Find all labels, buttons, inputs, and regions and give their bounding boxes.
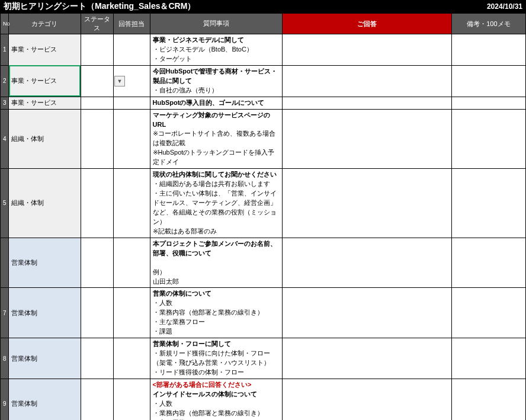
responder-cell[interactable]: [113, 34, 150, 66]
question-cell: 営業の体制について・人数・業務内容（他部署と業務の線引き）・主な業務フロー・課題: [150, 288, 283, 338]
answer-cell[interactable]: [283, 338, 451, 379]
question-cell: マーケティング対象のサービスページのURL※コーポレートサイト含め、複数ある場合…: [150, 109, 283, 169]
question-cell: 現状の社内体制に関してお聞かせください・組織図がある場合は共有お願いします・主に…: [150, 169, 283, 238]
category-cell[interactable]: 営業体制: [9, 338, 81, 379]
col-responder: 回答担当: [113, 14, 150, 34]
category-cell[interactable]: 組織・体制: [9, 109, 81, 169]
memo-cell[interactable]: [451, 379, 525, 420]
table-row: 4組織・体制マーケティング対象のサービスページのURL※コーポレートサイト含め、…: [1, 109, 526, 169]
row-number: 3: [1, 97, 9, 109]
row-number: 4: [1, 109, 9, 169]
col-no: No: [1, 14, 9, 34]
hearing-sheet-table: No カテゴリ ステータス 回答担当 質問事項 ご回答 備考・100メモ 1事業…: [0, 13, 526, 420]
row-number: [1, 238, 9, 288]
responder-cell[interactable]: [113, 379, 150, 420]
col-answer: ご回答: [283, 14, 451, 34]
memo-cell[interactable]: [451, 109, 525, 169]
dropdown-icon[interactable]: ▼: [114, 76, 125, 86]
memo-cell[interactable]: [451, 34, 525, 66]
answer-cell[interactable]: [283, 97, 451, 109]
memo-cell[interactable]: [451, 169, 525, 238]
col-status: ステータス: [81, 14, 113, 34]
question-cell: 本プロジェクトご参加メンバーのお名前、部署、役職について例）山田太郎: [150, 238, 283, 288]
answer-cell[interactable]: [283, 288, 451, 338]
status-cell[interactable]: [81, 288, 113, 338]
row-number: 5: [1, 169, 9, 238]
row-number: 7: [1, 288, 9, 338]
memo-cell[interactable]: [451, 338, 525, 379]
row-number: 8: [1, 338, 9, 379]
question-cell: 営業体制・フローに関して・新規リード獲得に向けた体制・フロー（架電・飛び込み営業…: [150, 338, 283, 379]
row-number: 1: [1, 34, 9, 66]
question-cell: 今回HubSpotで管理する商材・サービス・製品に関して・自社の強み（売り）: [150, 65, 283, 97]
memo-cell[interactable]: [451, 238, 525, 288]
header-row: No カテゴリ ステータス 回答担当 質問事項 ご回答 備考・100メモ: [1, 14, 526, 34]
table-row: 5組織・体制現状の社内体制に関してお聞かせください・組織図がある場合は共有お願い…: [1, 169, 526, 238]
answer-cell[interactable]: [283, 34, 451, 66]
category-cell[interactable]: 営業体制: [9, 379, 81, 420]
answer-cell[interactable]: [283, 109, 451, 169]
answer-cell[interactable]: [283, 379, 451, 420]
table-row: 8営業体制営業体制・フローに関して・新規リード獲得に向けた体制・フロー（架電・飛…: [1, 338, 526, 379]
status-cell[interactable]: [81, 97, 113, 109]
question-cell: <部署がある場合に回答ください>インサイドセールスの体制について・人数・業務内容…: [150, 379, 283, 420]
col-memo: 備考・100メモ: [451, 14, 525, 34]
category-cell[interactable]: 営業体制: [9, 238, 81, 288]
status-cell[interactable]: [81, 34, 113, 66]
answer-cell[interactable]: [283, 65, 451, 97]
question-cell: HubSpotの導入目的、ゴールについて: [150, 97, 283, 109]
responder-cell[interactable]: [113, 338, 150, 379]
answer-cell[interactable]: [283, 238, 451, 288]
col-category: カテゴリ: [9, 14, 81, 34]
memo-cell[interactable]: [451, 65, 525, 97]
question-cell: 事業・ビジネスモデルに関して・ビジネスモデル（BtoB、BtoC）・ターゲット: [150, 34, 283, 66]
answer-cell[interactable]: [283, 169, 451, 238]
category-cell[interactable]: 組織・体制: [9, 169, 81, 238]
table-row: 2事業・サービス▼今回HubSpotで管理する商材・サービス・製品に関して・自社…: [1, 65, 526, 97]
status-cell[interactable]: [81, 109, 113, 169]
row-number: 2: [1, 65, 9, 97]
table-row: 1事業・サービス事業・ビジネスモデルに関して・ビジネスモデル（BtoB、BtoC…: [1, 34, 526, 66]
responder-cell[interactable]: [113, 169, 150, 238]
sheet-title: 初期ヒアリングシート（Marketing_Sales＆CRM）: [4, 1, 195, 12]
status-cell[interactable]: [81, 238, 113, 288]
table-row: 9営業体制<部署がある場合に回答ください>インサイドセールスの体制について・人数…: [1, 379, 526, 420]
status-cell[interactable]: [81, 379, 113, 420]
status-cell[interactable]: [81, 169, 113, 238]
category-cell[interactable]: 事業・サービス: [9, 97, 81, 109]
responder-cell[interactable]: [113, 109, 150, 169]
title-bar: 初期ヒアリングシート（Marketing_Sales＆CRM） 2024/10/…: [0, 0, 526, 13]
table-row: 営業体制本プロジェクトご参加メンバーのお名前、部署、役職について例）山田太郎: [1, 238, 526, 288]
category-cell[interactable]: 事業・サービス: [9, 65, 81, 97]
col-question: 質問事項: [150, 14, 283, 34]
responder-cell[interactable]: [113, 97, 150, 109]
category-cell[interactable]: 営業体制: [9, 288, 81, 338]
row-number: 9: [1, 379, 9, 420]
responder-cell[interactable]: [113, 288, 150, 338]
category-cell[interactable]: 事業・サービス: [9, 34, 81, 66]
memo-cell[interactable]: [451, 97, 525, 109]
responder-cell[interactable]: [113, 238, 150, 288]
memo-cell[interactable]: [451, 288, 525, 338]
status-cell[interactable]: ▼: [81, 65, 113, 97]
table-row: 7営業体制営業の体制について・人数・業務内容（他部署と業務の線引き）・主な業務フ…: [1, 288, 526, 338]
table-row: 3事業・サービスHubSpotの導入目的、ゴールについて: [1, 97, 526, 109]
sheet-date: 2024/10/31: [487, 2, 522, 11]
status-cell[interactable]: [81, 338, 113, 379]
